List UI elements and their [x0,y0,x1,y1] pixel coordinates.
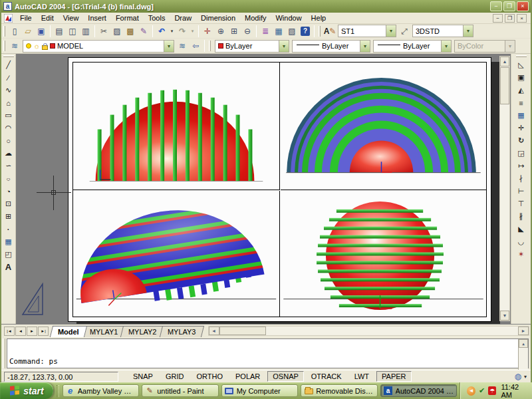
undo-button[interactable]: ↶ [155,25,168,38]
array-button[interactable]: ▦ [515,109,527,122]
ellipse-arc-button[interactable]: ◔ [2,185,15,198]
scroll-down-button[interactable]: ▼ [500,311,509,321]
construction-line-button[interactable]: ∕ [2,71,15,84]
tray-antivirus-icon[interactable]: ☂ [488,386,496,395]
scrollbar-thumb[interactable] [500,67,509,104]
stretch-button[interactable]: ↦ [515,160,527,172]
toggle-paper[interactable]: PAPER [376,371,411,382]
revision-cloud-button[interactable]: ☁ [2,147,15,160]
new-button[interactable]: ▯ [8,25,21,38]
erase-button[interactable]: ◺ [515,59,527,71]
menu-insert[interactable]: Insert [83,13,111,23]
toolbar-grip[interactable] [3,41,5,51]
viewport-top-right[interactable] [281,63,486,190]
spline-button[interactable]: ∽ [2,160,15,172]
dim-style-combo[interactable]: 3DSTD ▾ [412,25,473,37]
status-tray-chevron-icon[interactable]: ▾ [524,374,527,380]
chevron-down-icon[interactable]: ▾ [164,41,174,52]
redo-dropdown-button[interactable]: ▾ [189,25,196,38]
plot-preview-button[interactable]: ◫ [66,25,79,38]
tab-model[interactable]: Model [50,326,87,337]
match-properties-button[interactable]: ✎ [137,25,150,38]
chevron-down-icon[interactable]: ▾ [279,41,289,52]
start-button[interactable]: start [0,382,53,399]
rectangle-button[interactable]: ▭ [2,109,15,122]
toolbar-grip[interactable] [516,55,527,57]
layer-previous-button[interactable]: ⇦ [189,39,202,53]
tab-mylay1[interactable]: MYLAY1 [82,326,126,337]
viewport-bottom-right[interactable] [281,191,486,317]
quick-launch-grip[interactable] [57,385,59,397]
layer-properties-button[interactable]: ≋ [8,39,21,53]
color-combo[interactable]: ByLayer ▾ [215,40,289,53]
copy-object-button[interactable]: ▣ [515,71,527,84]
scroll-right-button[interactable]: ► [518,327,529,335]
menu-edit[interactable]: Edit [37,13,59,23]
redo-button[interactable]: ↷ [176,25,189,38]
drawing-canvas[interactable]: ▲ ▼ [16,54,511,324]
autocad-app-icon[interactable]: a [3,2,12,11]
insert-block-button[interactable]: ⊡ [2,198,15,210]
command-window-grip[interactable] [3,338,5,368]
tab-next-button[interactable]: ► [27,327,37,336]
scrollbar-track[interactable] [266,327,518,335]
mirror-button[interactable]: ◭ [515,84,527,96]
break-at-point-button[interactable]: ⊤ [515,198,527,210]
lineweight-combo[interactable]: ByLayer ▾ [373,40,452,53]
task-paint[interactable]: ✎ untitled - Paint [142,384,218,397]
linetype-combo[interactable]: ByLayer ▾ [292,40,370,53]
make-object-layer-current-button[interactable]: ≋ [176,39,189,53]
menu-help[interactable]: Help [307,13,331,23]
minimize-button[interactable]: − [490,1,502,11]
coordinate-display[interactable]: -18.27, 123.73, 0.00 [4,372,118,382]
ellipse-button[interactable]: ○ [2,172,15,185]
close-button[interactable]: × [517,1,529,11]
markup-button[interactable]: ▧ [285,25,299,38]
toggle-ortho[interactable]: ORTHO [191,371,228,382]
offset-button[interactable]: ≡ [515,96,527,109]
task-autocad[interactable]: a AutoCAD 2004 - [G:\... [380,384,457,397]
task-internet-explorer[interactable]: e Aamby Valley City - ... [63,384,139,397]
line-button[interactable]: ╱ [2,59,15,71]
copy-button[interactable]: ▨ [110,25,124,38]
task-removable-disk[interactable]: Removable Disk (G:) [301,384,377,397]
zoom-previous-button[interactable]: ⊖ [241,25,254,38]
taskbar-clock[interactable]: 11:42 AM [499,383,529,399]
scroll-up-button[interactable]: ▲ [519,339,528,348]
scale-button[interactable]: ◲ [515,147,527,160]
scrollbar-thumb[interactable] [219,327,266,335]
menu-view[interactable]: View [59,13,84,23]
toolbar-grip[interactable] [319,26,321,37]
plot-button[interactable]: ▤ [53,25,66,38]
break-button[interactable]: ∦ [515,210,527,223]
viewport-top-left[interactable] [73,63,280,190]
tab-prev-button[interactable]: ◄ [15,327,26,336]
make-block-button[interactable]: ⊞ [2,210,15,223]
multiline-text-button[interactable]: A [2,261,15,273]
toolbar-grip[interactable] [3,55,14,57]
tray-agent-icon[interactable]: ✔ [479,386,485,395]
pan-realtime-button[interactable]: ✛ [201,25,214,38]
designcenter-button[interactable]: ▦ [272,25,285,38]
save-button[interactable]: ▣ [35,25,48,38]
restore-button[interactable]: ❐ [503,1,515,11]
region-button[interactable]: ◰ [2,248,15,261]
paste-button[interactable]: ▩ [124,25,137,38]
rotate-button[interactable]: ↻ [515,134,527,147]
communication-center-icon[interactable]: ◍ [515,372,521,381]
point-button[interactable]: · [2,223,15,235]
menu-window[interactable]: Window [271,13,306,23]
undo-dropdown-button[interactable]: ▾ [168,25,176,38]
open-button[interactable]: ▱ [21,25,35,38]
help-button[interactable]: ? [299,25,312,38]
zoom-realtime-button[interactable]: ⊕ [214,25,227,38]
drawing-file-icon[interactable] [4,14,13,23]
toggle-grid[interactable]: GRID [160,371,190,382]
menu-file[interactable]: File [15,13,37,23]
chamfer-button[interactable]: ◣ [515,223,527,235]
viewport-bottom-left[interactable] [73,191,280,317]
vertical-scrollbar[interactable]: ▲ ▼ [499,56,510,321]
tab-first-button[interactable]: |◄ [4,327,15,336]
task-my-computer[interactable]: My Computer [221,384,298,397]
toggle-lwt[interactable]: LWT [349,371,374,382]
